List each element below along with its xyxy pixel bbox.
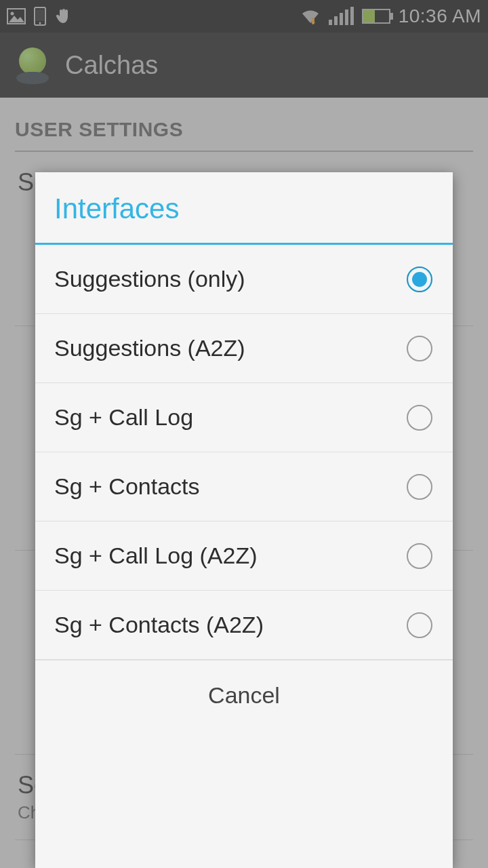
radio-icon [407,267,432,292]
radio-icon [407,543,432,569]
option-sg-call-log-a2z[interactable]: Sg + Call Log (A2Z) [35,521,453,591]
option-label: Sg + Call Log (A2Z) [54,542,258,569]
option-label: Sg + Call Log [54,404,193,431]
interfaces-dialog: Interfaces Suggestions (only) Suggestion… [35,172,453,868]
radio-icon [407,336,432,361]
dialog-options: Suggestions (only) Suggestions (A2Z) Sg … [35,245,453,660]
option-label: Sg + Contacts [54,473,200,500]
option-label: Suggestions (only) [54,266,245,292]
option-sg-call-log[interactable]: Sg + Call Log [35,383,453,452]
radio-icon [407,474,432,500]
radio-icon [407,612,432,638]
option-sg-contacts[interactable]: Sg + Contacts [35,452,453,521]
option-suggestions-only[interactable]: Suggestions (only) [35,245,453,314]
option-sg-contacts-a2z[interactable]: Sg + Contacts (A2Z) [35,591,453,660]
cancel-button[interactable]: Cancel [35,660,453,733]
option-suggestions-a2z[interactable]: Suggestions (A2Z) [35,314,453,383]
dialog-overlay[interactable]: Interfaces Suggestions (only) Suggestion… [0,0,488,868]
dialog-title: Interfaces [35,172,453,245]
option-label: Sg + Contacts (A2Z) [54,612,264,638]
option-label: Suggestions (A2Z) [54,335,245,361]
radio-icon [407,405,432,431]
